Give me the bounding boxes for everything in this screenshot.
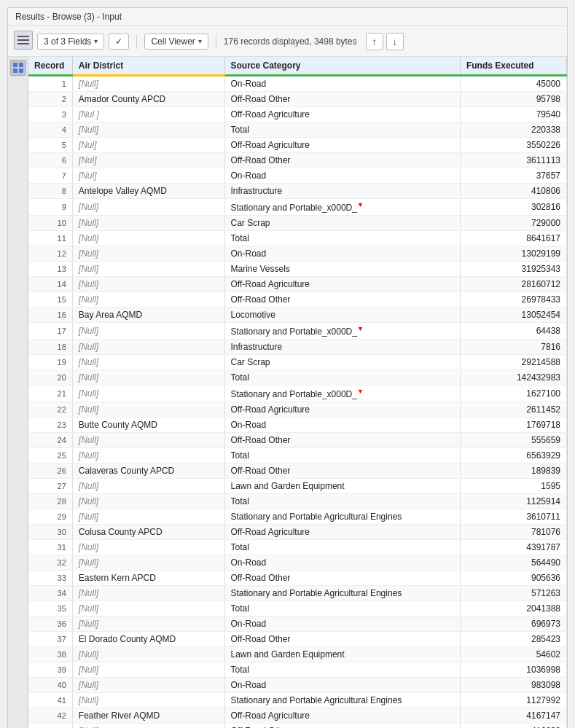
table-row[interactable]: 36[Null]On-Road696973 [28,617,567,632]
cell-record-num: 19 [28,355,72,370]
cell-funds-executed: 2611452 [460,402,566,418]
cell-source-category: Off-Road Oth... [224,724,460,729]
table-row[interactable]: 21[Null]Stationary and Portable_x000D_▼1… [28,385,567,402]
cell-air-district: Amador County APCD [72,92,224,107]
cell-record-num: 26 [28,463,72,479]
table-row[interactable]: 28[Null]Total1125914 [28,494,567,509]
col-header-air-district: Air District [72,57,224,76]
table-row[interactable]: 3[Nul ]Off-Road Agriculture79540 [28,107,567,122]
table-row[interactable]: 17[Null]Stationary and Portable_x000D_▼6… [28,323,567,340]
scroll-up-button[interactable]: ↑ [366,33,383,50]
col-header-funds-executed: Funds Executed [460,57,566,76]
cell-air-district: [Null] [72,601,224,617]
checkmark-button[interactable]: ✓ [109,34,129,50]
cell-record-num: 14 [28,277,72,292]
table-row[interactable]: 1[Null]On-Road45000 [28,76,567,92]
cell-source-category: Off-Road Other [224,433,460,448]
table-row[interactable]: 37El Dorado County AQMDOff-Road Other285… [28,632,567,647]
cell-record-num: 21 [28,385,72,402]
cell-funds-executed: 37657 [460,168,566,184]
cell-air-district: [Null] [72,385,224,402]
down-arrow-icon: ↓ [392,36,397,47]
cell-record-num: 42 [28,708,72,724]
cell-funds-executed: 1125914 [460,494,566,509]
cell-funds-executed: 142432983 [460,370,566,385]
table-row[interactable]: 8Antelope Valley AQMDInfrastructure41080… [28,184,567,199]
table-row[interactable]: 20[Null]Total142432983 [28,370,567,385]
menu-icon[interactable] [14,31,33,50]
cell-record-num: 11 [28,231,72,246]
table-row[interactable]: 29[Null]Stationary and Portable Agricult… [28,509,567,525]
table-row[interactable]: 38[Null]Lawn and Garden Equipment54602 [28,647,567,662]
record-selector-icon[interactable] [10,60,26,76]
table-row[interactable]: 24[Null]Off-Road Other555659 [28,433,567,448]
table-row[interactable]: 14[Null]Off-Road Agriculture28160712 [28,277,567,292]
table-row[interactable]: 12[Null]On-Road13029199 [28,246,567,262]
table-row[interactable]: 2Amador County APCDOff-Road Other95798 [28,92,567,107]
cell-funds-executed: 7816 [460,340,566,355]
cell-record-num: 16 [28,308,72,323]
table-row[interactable]: 26Calaveras County APCDOff-Road Other189… [28,463,567,479]
cell-air-district: [Null] [72,586,224,601]
table-row[interactable]: 31[Null]Total4391787 [28,540,567,555]
table-row[interactable]: 42Feather River AQMDOff-Road Agriculture… [28,708,567,724]
cell-source-category: Total [224,662,460,678]
cell-funds-executed: 64438 [460,323,566,340]
cell-air-district: [Null] [72,693,224,708]
table-row[interactable]: 34[Null]Stationary and Portable Agricult… [28,586,567,601]
table-row[interactable]: 16Bay Area AQMDLocomotive13052454 [28,308,567,323]
cell-record-num: 27 [28,479,72,494]
cell-source-category: On-Road [224,617,460,632]
cell-record-num: 6 [28,153,72,168]
table-row[interactable]: 18[Null]Infrastructure7816 [28,340,567,355]
scroll-down-button[interactable]: ↓ [386,33,404,50]
table-row[interactable]: 6[Nul]Off-Road Other3611113 [28,153,567,168]
cell-funds-executed: 220338 [460,122,566,138]
table-row[interactable]: 40[Null]On-Road983098 [28,678,567,693]
data-table: Record Air District Source Category Fund… [28,57,567,728]
cell-air-district: [Null] [72,494,224,509]
cell-air-district: [Null] [72,555,224,571]
table-row[interactable]: 41[Null]Stationary and Portable Agricult… [28,693,567,708]
cell-record-num: 4 [28,122,72,138]
cell-record-num: 28 [28,494,72,509]
table-row[interactable]: 7[Nul]On-Road37657 [28,168,567,184]
cell-source-category: Off-Road Agriculture [224,708,460,724]
svg-rect-2 [13,69,17,73]
cell-funds-executed: 285423 [460,632,566,647]
fields-dropdown[interactable]: 3 of 3 Fields ▾ [37,34,104,50]
table-row[interactable]: 30Colusa County APCDOff-Road Agriculture… [28,525,567,540]
cell-funds-executed: 2041388 [460,601,566,617]
cell-funds-executed: 729000 [460,216,566,231]
separator-2 [216,34,216,49]
table-row[interactable]: 5[Nul]Off-Road Agriculture3550226 [28,138,567,153]
cell-source-category: Off-Road Other [224,153,460,168]
table-row[interactable]: 43[Null]Off-Road Oth...416600 [28,724,567,729]
table-row[interactable]: 25[Null]Total6563929 [28,448,567,463]
table-row[interactable]: 10[Null]Car Scrap729000 [28,216,567,231]
table-row[interactable]: 13[Null]Marine Vessels31925343 [28,262,567,277]
window-title: Results - Browse (3) - Input [15,12,122,22]
up-arrow-icon: ↑ [372,36,377,47]
cell-source-category: Off-Road Agriculture [224,525,460,540]
table-row[interactable]: 11[Null]Total8641617 [28,231,567,246]
cell-record-num: 15 [28,292,72,308]
table-row[interactable]: 4[Null]Total220338 [28,122,567,138]
svg-rect-0 [13,63,17,67]
table-row[interactable]: 39[Null]Total1036998 [28,662,567,678]
table-row[interactable]: 9[Null]Stationary and Portable_x000D_▼30… [28,199,567,216]
cell-air-district: [Null] [72,216,224,231]
table-row[interactable]: 22[Null]Off-Road Agriculture2611452 [28,402,567,418]
table-row[interactable]: 32[Null]On-Road564490 [28,555,567,571]
table-row[interactable]: 23Butte County AQMDOn-Road1769718 [28,418,567,433]
cell-record-num: 13 [28,262,72,277]
table-row[interactable]: 15[Null]Off-Road Other26978433 [28,292,567,308]
cell-record-num: 10 [28,216,72,231]
table-row[interactable]: 35[Null]Total2041388 [28,601,567,617]
table-row[interactable]: 19[Null]Car Scrap29214588 [28,355,567,370]
data-table-container: Record Air District Source Category Fund… [28,57,567,728]
table-row[interactable]: 33Eastern Kern APCDOff-Road Other905636 [28,571,567,586]
cell-funds-executed: 13029199 [460,246,566,262]
table-row[interactable]: 27[Null]Lawn and Garden Equipment1595 [28,479,567,494]
cell-viewer-dropdown[interactable]: Cell Viewer ▾ [144,34,208,50]
